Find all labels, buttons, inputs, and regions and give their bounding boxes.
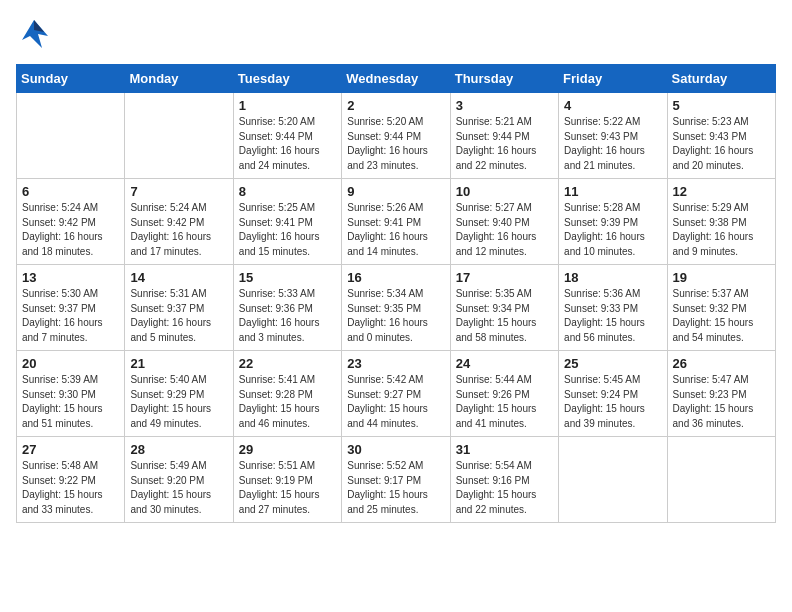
day-number: 2 [347,98,444,113]
calendar-cell: 2Sunrise: 5:20 AM Sunset: 9:44 PM Daylig… [342,93,450,179]
day-number: 7 [130,184,227,199]
day-number: 15 [239,270,336,285]
calendar-cell: 3Sunrise: 5:21 AM Sunset: 9:44 PM Daylig… [450,93,558,179]
calendar-cell: 10Sunrise: 5:27 AM Sunset: 9:40 PM Dayli… [450,179,558,265]
day-detail: Sunrise: 5:37 AM Sunset: 9:32 PM Dayligh… [673,287,770,345]
logo [16,16,56,52]
day-number: 9 [347,184,444,199]
weekday-header-saturday: Saturday [667,65,775,93]
calendar-cell: 6Sunrise: 5:24 AM Sunset: 9:42 PM Daylig… [17,179,125,265]
calendar-cell: 22Sunrise: 5:41 AM Sunset: 9:28 PM Dayli… [233,351,341,437]
day-detail: Sunrise: 5:21 AM Sunset: 9:44 PM Dayligh… [456,115,553,173]
calendar-cell: 17Sunrise: 5:35 AM Sunset: 9:34 PM Dayli… [450,265,558,351]
page-header [16,16,776,52]
calendar-cell: 20Sunrise: 5:39 AM Sunset: 9:30 PM Dayli… [17,351,125,437]
day-detail: Sunrise: 5:28 AM Sunset: 9:39 PM Dayligh… [564,201,661,259]
day-detail: Sunrise: 5:48 AM Sunset: 9:22 PM Dayligh… [22,459,119,517]
weekday-header-tuesday: Tuesday [233,65,341,93]
day-detail: Sunrise: 5:24 AM Sunset: 9:42 PM Dayligh… [130,201,227,259]
day-detail: Sunrise: 5:49 AM Sunset: 9:20 PM Dayligh… [130,459,227,517]
weekday-header-friday: Friday [559,65,667,93]
day-number: 26 [673,356,770,371]
calendar-cell: 28Sunrise: 5:49 AM Sunset: 9:20 PM Dayli… [125,437,233,523]
calendar-cell: 18Sunrise: 5:36 AM Sunset: 9:33 PM Dayli… [559,265,667,351]
day-detail: Sunrise: 5:29 AM Sunset: 9:38 PM Dayligh… [673,201,770,259]
day-number: 25 [564,356,661,371]
day-number: 29 [239,442,336,457]
day-number: 31 [456,442,553,457]
day-detail: Sunrise: 5:36 AM Sunset: 9:33 PM Dayligh… [564,287,661,345]
calendar-week-3: 13Sunrise: 5:30 AM Sunset: 9:37 PM Dayli… [17,265,776,351]
day-detail: Sunrise: 5:26 AM Sunset: 9:41 PM Dayligh… [347,201,444,259]
day-detail: Sunrise: 5:25 AM Sunset: 9:41 PM Dayligh… [239,201,336,259]
calendar-cell [667,437,775,523]
day-number: 5 [673,98,770,113]
day-number: 13 [22,270,119,285]
calendar-cell: 9Sunrise: 5:26 AM Sunset: 9:41 PM Daylig… [342,179,450,265]
day-detail: Sunrise: 5:30 AM Sunset: 9:37 PM Dayligh… [22,287,119,345]
day-detail: Sunrise: 5:42 AM Sunset: 9:27 PM Dayligh… [347,373,444,431]
calendar-cell: 15Sunrise: 5:33 AM Sunset: 9:36 PM Dayli… [233,265,341,351]
day-number: 24 [456,356,553,371]
day-detail: Sunrise: 5:45 AM Sunset: 9:24 PM Dayligh… [564,373,661,431]
calendar-header-row: SundayMondayTuesdayWednesdayThursdayFrid… [17,65,776,93]
calendar-cell [559,437,667,523]
day-detail: Sunrise: 5:35 AM Sunset: 9:34 PM Dayligh… [456,287,553,345]
day-number: 12 [673,184,770,199]
day-detail: Sunrise: 5:27 AM Sunset: 9:40 PM Dayligh… [456,201,553,259]
day-detail: Sunrise: 5:20 AM Sunset: 9:44 PM Dayligh… [239,115,336,173]
calendar-table: SundayMondayTuesdayWednesdayThursdayFrid… [16,64,776,523]
calendar-cell: 5Sunrise: 5:23 AM Sunset: 9:43 PM Daylig… [667,93,775,179]
calendar-cell: 11Sunrise: 5:28 AM Sunset: 9:39 PM Dayli… [559,179,667,265]
calendar-cell: 1Sunrise: 5:20 AM Sunset: 9:44 PM Daylig… [233,93,341,179]
day-detail: Sunrise: 5:34 AM Sunset: 9:35 PM Dayligh… [347,287,444,345]
day-detail: Sunrise: 5:24 AM Sunset: 9:42 PM Dayligh… [22,201,119,259]
calendar-cell: 29Sunrise: 5:51 AM Sunset: 9:19 PM Dayli… [233,437,341,523]
day-detail: Sunrise: 5:54 AM Sunset: 9:16 PM Dayligh… [456,459,553,517]
day-detail: Sunrise: 5:39 AM Sunset: 9:30 PM Dayligh… [22,373,119,431]
calendar-cell: 8Sunrise: 5:25 AM Sunset: 9:41 PM Daylig… [233,179,341,265]
day-number: 3 [456,98,553,113]
calendar-week-4: 20Sunrise: 5:39 AM Sunset: 9:30 PM Dayli… [17,351,776,437]
day-detail: Sunrise: 5:52 AM Sunset: 9:17 PM Dayligh… [347,459,444,517]
calendar-cell [17,93,125,179]
weekday-header-sunday: Sunday [17,65,125,93]
calendar-cell: 14Sunrise: 5:31 AM Sunset: 9:37 PM Dayli… [125,265,233,351]
day-detail: Sunrise: 5:40 AM Sunset: 9:29 PM Dayligh… [130,373,227,431]
calendar-cell: 27Sunrise: 5:48 AM Sunset: 9:22 PM Dayli… [17,437,125,523]
day-number: 27 [22,442,119,457]
day-detail: Sunrise: 5:22 AM Sunset: 9:43 PM Dayligh… [564,115,661,173]
day-number: 30 [347,442,444,457]
calendar-cell: 25Sunrise: 5:45 AM Sunset: 9:24 PM Dayli… [559,351,667,437]
day-number: 6 [22,184,119,199]
day-detail: Sunrise: 5:47 AM Sunset: 9:23 PM Dayligh… [673,373,770,431]
day-number: 11 [564,184,661,199]
day-detail: Sunrise: 5:23 AM Sunset: 9:43 PM Dayligh… [673,115,770,173]
calendar-cell [125,93,233,179]
day-number: 1 [239,98,336,113]
day-number: 16 [347,270,444,285]
calendar-cell: 24Sunrise: 5:44 AM Sunset: 9:26 PM Dayli… [450,351,558,437]
calendar-cell: 12Sunrise: 5:29 AM Sunset: 9:38 PM Dayli… [667,179,775,265]
day-number: 28 [130,442,227,457]
calendar-cell: 19Sunrise: 5:37 AM Sunset: 9:32 PM Dayli… [667,265,775,351]
day-number: 23 [347,356,444,371]
weekday-header-wednesday: Wednesday [342,65,450,93]
calendar-cell: 26Sunrise: 5:47 AM Sunset: 9:23 PM Dayli… [667,351,775,437]
day-detail: Sunrise: 5:20 AM Sunset: 9:44 PM Dayligh… [347,115,444,173]
calendar-cell: 31Sunrise: 5:54 AM Sunset: 9:16 PM Dayli… [450,437,558,523]
calendar-cell: 7Sunrise: 5:24 AM Sunset: 9:42 PM Daylig… [125,179,233,265]
day-number: 19 [673,270,770,285]
day-number: 14 [130,270,227,285]
calendar-cell: 16Sunrise: 5:34 AM Sunset: 9:35 PM Dayli… [342,265,450,351]
day-number: 8 [239,184,336,199]
weekday-header-monday: Monday [125,65,233,93]
day-number: 10 [456,184,553,199]
calendar-cell: 23Sunrise: 5:42 AM Sunset: 9:27 PM Dayli… [342,351,450,437]
day-detail: Sunrise: 5:41 AM Sunset: 9:28 PM Dayligh… [239,373,336,431]
day-detail: Sunrise: 5:33 AM Sunset: 9:36 PM Dayligh… [239,287,336,345]
day-number: 21 [130,356,227,371]
day-number: 17 [456,270,553,285]
weekday-header-thursday: Thursday [450,65,558,93]
calendar-week-5: 27Sunrise: 5:48 AM Sunset: 9:22 PM Dayli… [17,437,776,523]
